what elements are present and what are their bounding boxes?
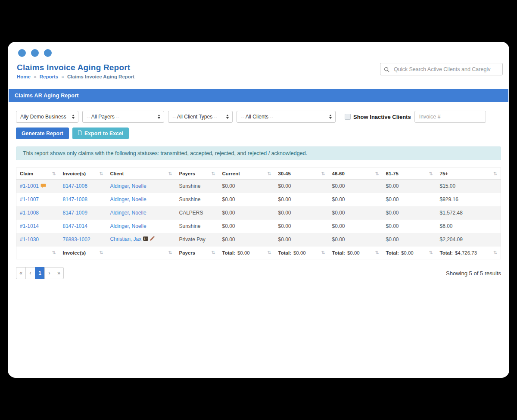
breadcrumb-separator: »	[34, 74, 36, 79]
file-export-icon	[78, 130, 82, 137]
footer-46-60-total-cell[interactable]: Total:$0.00⇅	[329, 246, 383, 259]
pagination-prev-button[interactable]: ‹	[25, 267, 35, 279]
payer-cell: Sunshine	[176, 220, 219, 233]
quick-search-input[interactable]	[380, 63, 503, 75]
col-header-claim[interactable]: Claim⇅	[16, 168, 59, 180]
payers-select[interactable]: -- All Payers --	[82, 111, 164, 123]
breadcrumb-reports-link[interactable]: Reports	[40, 74, 58, 79]
comment-icon[interactable]	[40, 184, 46, 190]
table-row: #1-1030 76883-1002 Christian, Jax Privat…	[16, 233, 501, 246]
client-link[interactable]: Aldinger, Noelle	[110, 183, 146, 189]
col-header-invoices[interactable]: Invoice(s)⇅	[59, 168, 107, 180]
footer-61-75-total-cell[interactable]: Total:$0.00⇅	[383, 246, 436, 259]
bucket-61-75-cell: $0.00	[383, 193, 436, 206]
col-header-current[interactable]: Current⇅	[219, 168, 275, 180]
sort-icon: ⇅	[493, 171, 497, 177]
client-badge-icon[interactable]	[143, 236, 148, 243]
footer-payers-cell[interactable]: Payers⇅	[176, 246, 219, 259]
export-to-excel-button[interactable]: Export to Excel	[72, 128, 129, 139]
sort-icon: ⇅	[321, 250, 325, 255]
action-buttons: Generate Report Export to Excel	[16, 128, 501, 139]
invoice-link[interactable]: 8147-1014	[63, 223, 87, 229]
pagination-next-button[interactable]: ›	[44, 267, 54, 279]
claim-link[interactable]: #1-1014	[20, 223, 39, 229]
bucket-75-plus-cell: $6.00	[436, 220, 501, 233]
aging-report-table: Claim⇅ Invoice(s)⇅ Client⇅ Payers⇅ Curre…	[16, 168, 501, 259]
table-footer-row: ⇅ Invoice(s)⇅ ⇅ Payers⇅ Total:$0.00⇅ Tot…	[16, 246, 501, 259]
sort-icon: ⇅	[375, 171, 379, 177]
report-panel: Claims AR Aging Report Ally Demo Busines…	[9, 89, 508, 279]
sort-icon: ⇅	[52, 250, 56, 255]
app-window: Claims Invoice Aging Report Home » Repor…	[8, 42, 509, 378]
table-row: #1-1014 8147-1014 Aldinger, Noelle Sunsh…	[16, 220, 501, 233]
invoice-cell: 8147-1006	[59, 180, 107, 193]
invoice-cell: 8147-1008	[59, 193, 107, 206]
title-block: Claims Invoice Aging Report Home » Repor…	[17, 63, 134, 79]
invoice-link[interactable]: 8147-1009	[63, 210, 87, 216]
bucket-75-plus-cell: $15.00	[436, 180, 501, 193]
col-header-client[interactable]: Client⇅	[107, 168, 176, 180]
sort-icon: ⇅	[429, 171, 433, 177]
window-dot-icon	[44, 49, 52, 57]
sort-icon: ⇅	[211, 250, 215, 255]
filter-row: Ally Demo Business -- All Payers -- -- A…	[16, 111, 501, 123]
footer-75-plus-total-cell[interactable]: Total:$4,726.73⇅	[436, 246, 501, 259]
pencil-icon[interactable]	[149, 236, 155, 243]
bucket-61-75-cell: $0.00	[383, 180, 436, 193]
client-link[interactable]: Aldinger, Noelle	[110, 196, 146, 202]
payer-cell: CALPERS	[176, 206, 219, 220]
breadcrumb-current: Claims Invoice Aging Report	[67, 74, 134, 79]
pagination-page-1-button[interactable]: 1	[35, 267, 45, 279]
payer-cell: Sunshine	[176, 180, 219, 193]
current-cell: $0.00	[219, 220, 275, 233]
pagination-last-button[interactable]: »	[54, 267, 64, 279]
client-types-select[interactable]: -- All Client Types --	[168, 111, 233, 123]
claim-link[interactable]: #1-1007	[20, 196, 39, 202]
col-label: 75+	[440, 171, 448, 176]
claim-cell: #1-1030	[16, 233, 59, 246]
invoice-link[interactable]: 8147-1006	[63, 183, 87, 189]
claim-link[interactable]: #1-1030	[20, 236, 39, 243]
col-header-46-60[interactable]: 46-60⇅	[329, 168, 383, 180]
claim-link[interactable]: #1-1008	[20, 210, 39, 216]
show-inactive-checkbox[interactable]	[345, 114, 351, 120]
footer-30-45-total-cell[interactable]: Total:$0.00⇅	[275, 246, 329, 259]
footer-client-cell[interactable]: ⇅	[107, 246, 176, 259]
client-link[interactable]: Christian, Jax	[110, 236, 142, 242]
client-link[interactable]: Aldinger, Noelle	[110, 210, 146, 216]
clients-select-value: -- All Clients --	[241, 114, 273, 120]
clients-select[interactable]: -- All Clients --	[237, 111, 336, 123]
invoice-link[interactable]: 76883-1002	[63, 236, 90, 243]
client-link[interactable]: Aldinger, Noelle	[110, 223, 146, 229]
claim-cell: #1-1014	[16, 220, 59, 233]
col-header-75-plus[interactable]: 75+⇅	[436, 168, 501, 180]
total-label: Total:	[278, 250, 291, 255]
claim-cell: #1-1001	[16, 180, 59, 193]
claim-link[interactable]: #1-1001	[20, 183, 39, 189]
invoice-cell: 8147-1014	[59, 220, 107, 233]
dropdown-caret-icon	[155, 115, 160, 119]
total-30-45-value: $0.00	[293, 250, 306, 255]
invoice-number-input[interactable]	[414, 111, 486, 123]
pagination-first-button[interactable]: «	[16, 267, 26, 279]
invoice-link[interactable]: 8147-1008	[63, 196, 87, 202]
footer-invoices-cell[interactable]: Invoice(s)⇅	[59, 246, 107, 259]
sort-icon: ⇅	[267, 250, 271, 255]
generate-report-button[interactable]: Generate Report	[16, 128, 69, 139]
business-select[interactable]: Ally Demo Business	[16, 111, 78, 123]
col-header-61-75[interactable]: 61-75⇅	[383, 168, 436, 180]
breadcrumb-separator: »	[61, 74, 64, 79]
footer-claim-cell[interactable]: ⇅	[16, 246, 59, 259]
total-label: Total:	[222, 250, 235, 255]
total-46-60-value: $0.00	[347, 250, 360, 255]
breadcrumb-home-link[interactable]: Home	[17, 74, 31, 79]
total-61-75-value: $0.00	[401, 250, 414, 255]
bucket-75-plus-cell: $929.16	[436, 193, 501, 206]
footer-current-total-cell[interactable]: Total:$0.00⇅	[219, 246, 275, 259]
col-header-payers[interactable]: Payers⇅	[176, 168, 219, 180]
bucket-30-45-cell: $0.00	[275, 206, 329, 220]
current-cell: $0.00	[219, 193, 275, 206]
footer-payers-label: Payers	[179, 250, 196, 255]
col-header-30-45[interactable]: 30-45⇅	[275, 168, 329, 180]
sort-icon: ⇅	[211, 171, 215, 177]
